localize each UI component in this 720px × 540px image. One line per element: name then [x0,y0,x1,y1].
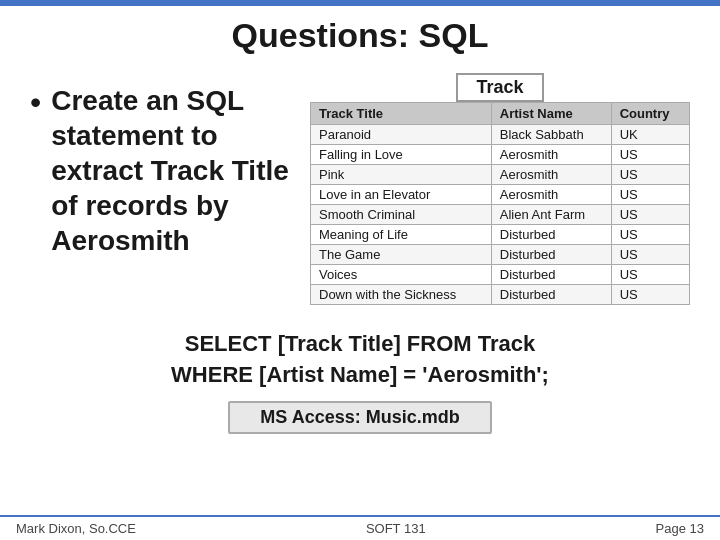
table-cell: Disturbed [491,265,611,285]
table-cell: Black Sabbath [491,125,611,145]
table-cell: Disturbed [491,225,611,245]
col-country: Country [611,103,689,125]
table-cell: US [611,245,689,265]
data-table: Track Title Artist Name Country Paranoid… [310,102,690,305]
table-row: ParanoidBlack SabbathUK [311,125,690,145]
track-label: Track [456,73,543,102]
sql-line1: SELECT [Track Title] FROM Track [30,329,690,360]
sql-section: SELECT [Track Title] FROM Track WHERE [A… [30,329,690,391]
access-box: MS Access: Music.mdb [228,401,491,434]
table-cell: Paranoid [311,125,492,145]
table-section: Track Track Title Artist Name Country Pa… [310,73,690,305]
bullet-text: Create an SQL statement to extract Track… [51,83,290,258]
footer-left: Mark Dixon, So.CCE [16,521,136,536]
table-header-row: Track Title Artist Name Country [311,103,690,125]
table-cell: Voices [311,265,492,285]
table-row: Down with the SicknessDisturbedUS [311,285,690,305]
table-cell: Pink [311,165,492,185]
table-cell: Aerosmith [491,145,611,165]
table-cell: US [611,265,689,285]
table-cell: Disturbed [491,245,611,265]
footer: Mark Dixon, So.CCE SOFT 131 Page 13 [0,515,720,540]
table-cell: Meaning of Life [311,225,492,245]
table-cell: Love in an Elevator [311,185,492,205]
table-cell: Smooth Criminal [311,205,492,225]
content-row: • Create an SQL statement to extract Tra… [30,73,690,305]
table-cell: UK [611,125,689,145]
table-cell: The Game [311,245,492,265]
table-row: PinkAerosmithUS [311,165,690,185]
table-cell: Aerosmith [491,185,611,205]
table-row: Love in an ElevatorAerosmithUS [311,185,690,205]
table-cell: Alien Ant Farm [491,205,611,225]
table-cell: US [611,285,689,305]
table-cell: US [611,205,689,225]
table-cell: Down with the Sickness [311,285,492,305]
footer-center: SOFT 131 [136,521,656,536]
table-row: Smooth CriminalAlien Ant FarmUS [311,205,690,225]
col-artist-name: Artist Name [491,103,611,125]
sql-wrapper: SELECT [Track Title] FROM Track WHERE [A… [30,329,690,434]
main-content: Questions: SQL • Create an SQL statement… [0,6,720,444]
table-cell: US [611,145,689,165]
table-cell: US [611,185,689,205]
bullet-section: • Create an SQL statement to extract Tra… [30,73,290,258]
page-title: Questions: SQL [30,16,690,55]
table-row: Meaning of LifeDisturbedUS [311,225,690,245]
col-track-title: Track Title [311,103,492,125]
table-cell: Disturbed [491,285,611,305]
table-row: VoicesDisturbedUS [311,265,690,285]
bullet-dot: • [30,85,41,120]
table-row: Falling in LoveAerosmithUS [311,145,690,165]
footer-right: Page 13 [656,521,704,536]
table-cell: Falling in Love [311,145,492,165]
table-cell: US [611,225,689,245]
bullet-item: • Create an SQL statement to extract Tra… [30,83,290,258]
sql-line2: WHERE [Artist Name] = 'Aerosmith'; [30,360,690,391]
table-cell: US [611,165,689,185]
table-cell: Aerosmith [491,165,611,185]
table-row: The GameDisturbedUS [311,245,690,265]
